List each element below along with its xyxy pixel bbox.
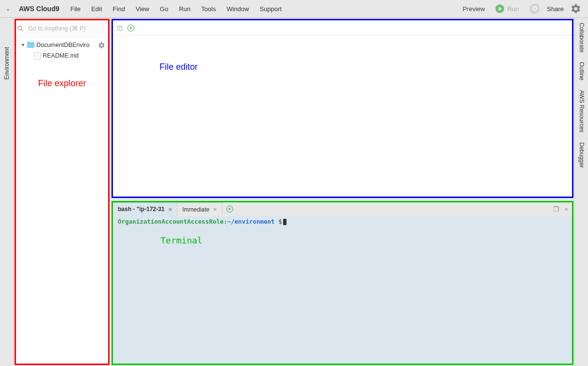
caret-down-icon: ▼ [21, 43, 25, 47]
search-icon[interactable] [16, 25, 24, 32]
menubar: ▴ AWS Cloud9 File Edit Find View Go Run … [0, 0, 588, 18]
file-explorer-panel: ▼ DocumentDBEnviro ≡ README.md File expl… [15, 19, 110, 365]
goto-anything-input[interactable] [24, 23, 108, 34]
rail-environment[interactable]: Environment [3, 47, 10, 79]
menu-file[interactable]: File [66, 3, 85, 15]
menu-tools[interactable]: Tools [197, 3, 220, 15]
maximize-icon[interactable]: ❐ [553, 205, 559, 213]
run-label: Run [507, 5, 519, 13]
tree-file-item[interactable]: ≡ README.md [18, 50, 106, 61]
rail-collaborate[interactable]: Collaborate [578, 23, 585, 52]
run-button[interactable]: Run [492, 3, 523, 14]
menu-run[interactable]: Run [175, 3, 195, 15]
annotation-file-explorer: File explorer [16, 78, 108, 89]
search-row [16, 20, 108, 37]
menu-window[interactable]: Window [222, 3, 253, 15]
svg-line-1 [21, 29, 23, 31]
close-icon[interactable]: × [168, 206, 172, 213]
menu-support[interactable]: Support [255, 3, 286, 15]
terminal-body[interactable]: OrganizationAccountAccessRole:~/environm… [113, 216, 572, 364]
terminal-tab-immediate[interactable]: Immediate × [177, 202, 222, 216]
share-button[interactable]: Share [547, 5, 564, 13]
menu-view[interactable]: View [131, 3, 154, 15]
rail-debugger[interactable]: Debugger [578, 142, 585, 168]
terminal-cursor [283, 219, 286, 225]
terminal-tab-bash[interactable]: bash - "ip-172-31 × [113, 202, 177, 216]
terminal-tab-label: Immediate [182, 206, 209, 213]
pane-menu-icon[interactable]: ◫ [117, 24, 123, 31]
prompt-symbol: $ [278, 218, 282, 225]
collapse-icon[interactable]: ▴ [4, 5, 12, 13]
prompt-sep: : [223, 218, 227, 225]
editor-body[interactable]: File editor [113, 36, 572, 197]
close-icon[interactable]: × [213, 206, 217, 213]
tree-root[interactable]: ▼ DocumentDBEnviro [18, 40, 106, 50]
add-terminal-tab-icon[interactable]: + [226, 206, 233, 213]
tree-root-name: DocumentDBEnviro [36, 42, 90, 48]
folder-icon [27, 42, 34, 48]
annotation-file-editor: File editor [159, 62, 198, 72]
center-column: ◫ + File editor bash - "ip-172-31 × Imme… [111, 19, 573, 365]
terminal-tab-label: bash - "ip-172-31 [118, 206, 164, 213]
left-rail: Environment [0, 18, 14, 366]
editor-panel: ◫ + File editor [111, 19, 573, 198]
tree-file-name: README.md [43, 52, 79, 59]
tree-settings-icon[interactable] [98, 42, 105, 49]
terminal-panel: bash - "ip-172-31 × Immediate × + ❐ × Or… [111, 201, 573, 365]
file-tree: ▼ DocumentDBEnviro ≡ README.md [16, 37, 108, 64]
preview-button[interactable]: Preview [462, 5, 485, 13]
add-tab-icon[interactable]: + [127, 25, 134, 31]
menu-go[interactable]: Go [156, 3, 173, 15]
main-layout: Environment ▼ DocumentDBEnviro ≡ [0, 18, 588, 366]
rail-outline[interactable]: Outline [578, 62, 585, 80]
rail-aws-resources[interactable]: AWS Resources [578, 90, 585, 133]
editor-tabstrip: ◫ + [113, 20, 572, 36]
avatar[interactable]: O [529, 3, 540, 14]
svg-point-0 [17, 26, 21, 30]
terminal-tabstrip: bash - "ip-172-31 × Immediate × + ❐ × [113, 202, 572, 216]
file-icon: ≡ [34, 52, 41, 60]
prompt-user: OrganizationAccountAccessRole [118, 218, 223, 225]
close-panel-icon[interactable]: × [564, 206, 568, 213]
menu-edit[interactable]: Edit [87, 3, 106, 15]
play-icon [495, 4, 504, 13]
right-rail: Collaborate Outline AWS Resources Debugg… [574, 18, 588, 366]
menu-find[interactable]: Find [109, 3, 129, 15]
prompt-path: ~/environment [227, 218, 275, 225]
annotation-terminal: Terminal [160, 235, 203, 245]
app-title: AWS Cloud9 [14, 3, 64, 15]
settings-icon[interactable] [571, 3, 581, 14]
